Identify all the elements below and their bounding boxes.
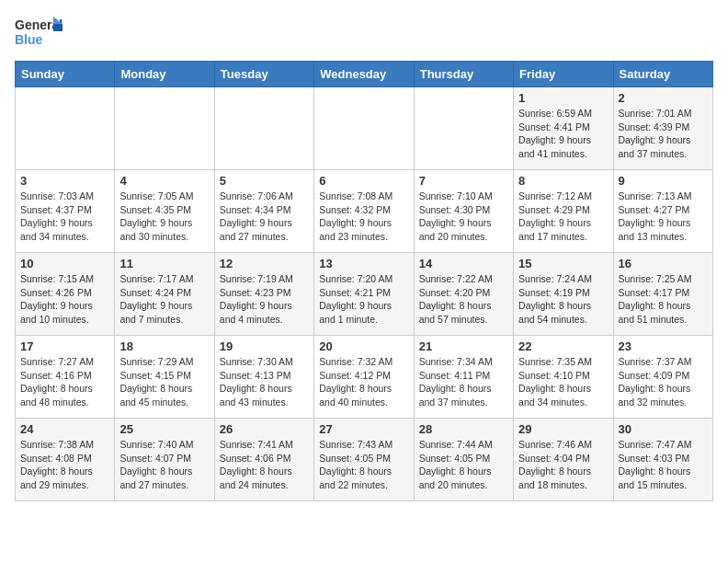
- day-number: 17: [20, 339, 109, 353]
- calendar-cell: 20Sunrise: 7:32 AM Sunset: 4:12 PM Dayli…: [314, 336, 414, 419]
- header-friday: Friday: [514, 62, 613, 87]
- day-info: Sunrise: 7:34 AM Sunset: 4:11 PM Dayligh…: [419, 355, 508, 409]
- day-info: Sunrise: 7:29 AM Sunset: 4:15 PM Dayligh…: [119, 355, 209, 409]
- day-number: 22: [518, 339, 608, 353]
- header-tuesday: Tuesday: [214, 62, 313, 87]
- calendar-cell: 23Sunrise: 7:37 AM Sunset: 4:09 PM Dayli…: [613, 336, 712, 419]
- svg-text:Blue: Blue: [15, 32, 43, 47]
- day-info: Sunrise: 7:44 AM Sunset: 4:05 PM Dayligh…: [419, 438, 508, 492]
- calendar-cell: 29Sunrise: 7:46 AM Sunset: 4:04 PM Dayli…: [514, 419, 613, 501]
- day-info: Sunrise: 7:06 AM Sunset: 4:34 PM Dayligh…: [220, 190, 309, 244]
- day-number: 11: [119, 257, 209, 270]
- day-number: 14: [419, 257, 508, 270]
- day-number: 28: [419, 422, 508, 436]
- calendar-cell: 8Sunrise: 7:12 AM Sunset: 4:29 PM Daylig…: [514, 170, 613, 253]
- calendar-cell: [16, 87, 115, 170]
- calendar-week-3: 17Sunrise: 7:27 AM Sunset: 4:16 PM Dayli…: [16, 336, 713, 419]
- day-info: Sunrise: 7:40 AM Sunset: 4:07 PM Dayligh…: [119, 438, 209, 492]
- day-info: Sunrise: 7:22 AM Sunset: 4:20 PM Dayligh…: [419, 272, 508, 327]
- day-number: 21: [419, 339, 508, 353]
- day-number: 1: [518, 91, 608, 105]
- day-number: 13: [319, 257, 408, 270]
- calendar-cell: 30Sunrise: 7:47 AM Sunset: 4:03 PM Dayli…: [613, 419, 712, 501]
- calendar-cell: 4Sunrise: 7:05 AM Sunset: 4:35 PM Daylig…: [115, 170, 214, 253]
- day-info: Sunrise: 7:32 AM Sunset: 4:12 PM Dayligh…: [319, 355, 408, 409]
- day-info: Sunrise: 7:12 AM Sunset: 4:29 PM Dayligh…: [518, 190, 608, 244]
- day-number: 4: [119, 174, 209, 188]
- header-saturday: Saturday: [613, 62, 712, 87]
- day-number: 12: [220, 257, 309, 270]
- day-number: 27: [319, 422, 408, 436]
- day-info: Sunrise: 7:10 AM Sunset: 4:30 PM Dayligh…: [419, 190, 508, 244]
- day-info: Sunrise: 7:03 AM Sunset: 4:37 PM Dayligh…: [20, 190, 109, 244]
- header-monday: Monday: [115, 62, 214, 87]
- day-info: Sunrise: 7:35 AM Sunset: 4:10 PM Dayligh…: [518, 355, 608, 409]
- calendar-week-1: 3Sunrise: 7:03 AM Sunset: 4:37 PM Daylig…: [16, 170, 713, 253]
- day-number: 8: [518, 174, 608, 188]
- day-number: 26: [220, 422, 309, 436]
- calendar-cell: 18Sunrise: 7:29 AM Sunset: 4:15 PM Dayli…: [115, 336, 214, 419]
- day-info: Sunrise: 7:43 AM Sunset: 4:05 PM Dayligh…: [319, 438, 408, 492]
- day-info: Sunrise: 7:05 AM Sunset: 4:35 PM Dayligh…: [119, 190, 209, 244]
- day-number: 10: [20, 257, 109, 270]
- header-wednesday: Wednesday: [314, 62, 414, 87]
- logo: GeneralBlue: [15, 15, 63, 52]
- calendar-cell: 3Sunrise: 7:03 AM Sunset: 4:37 PM Daylig…: [16, 170, 115, 253]
- day-info: Sunrise: 7:27 AM Sunset: 4:16 PM Dayligh…: [20, 355, 109, 409]
- calendar-cell: 11Sunrise: 7:17 AM Sunset: 4:24 PM Dayli…: [115, 253, 214, 336]
- calendar-cell: 22Sunrise: 7:35 AM Sunset: 4:10 PM Dayli…: [514, 336, 613, 419]
- calendar-week-4: 24Sunrise: 7:38 AM Sunset: 4:08 PM Dayli…: [16, 419, 713, 501]
- calendar-cell: [115, 87, 214, 170]
- header-sunday: Sunday: [16, 62, 115, 87]
- calendar-cell: 16Sunrise: 7:25 AM Sunset: 4:17 PM Dayli…: [613, 253, 712, 336]
- day-info: Sunrise: 7:17 AM Sunset: 4:24 PM Dayligh…: [119, 272, 209, 327]
- calendar-cell: 25Sunrise: 7:40 AM Sunset: 4:07 PM Dayli…: [115, 419, 214, 501]
- logo-icon: GeneralBlue: [15, 15, 63, 52]
- day-info: Sunrise: 7:13 AM Sunset: 4:27 PM Dayligh…: [619, 190, 708, 244]
- day-info: Sunrise: 7:20 AM Sunset: 4:21 PM Dayligh…: [319, 272, 408, 327]
- calendar-cell: 12Sunrise: 7:19 AM Sunset: 4:23 PM Dayli…: [214, 253, 313, 336]
- day-info: Sunrise: 7:37 AM Sunset: 4:09 PM Dayligh…: [619, 355, 708, 409]
- day-info: Sunrise: 7:25 AM Sunset: 4:17 PM Dayligh…: [619, 272, 708, 327]
- day-info: Sunrise: 7:46 AM Sunset: 4:04 PM Dayligh…: [518, 438, 608, 492]
- calendar-cell: 10Sunrise: 7:15 AM Sunset: 4:26 PM Dayli…: [16, 253, 115, 336]
- calendar-cell: 9Sunrise: 7:13 AM Sunset: 4:27 PM Daylig…: [613, 170, 712, 253]
- calendar-cell: 1Sunrise: 6:59 AM Sunset: 4:41 PM Daylig…: [514, 87, 613, 170]
- calendar-week-2: 10Sunrise: 7:15 AM Sunset: 4:26 PM Dayli…: [16, 253, 713, 336]
- day-number: 29: [518, 422, 608, 436]
- calendar-cell: 21Sunrise: 7:34 AM Sunset: 4:11 PM Dayli…: [414, 336, 513, 419]
- day-info: Sunrise: 7:24 AM Sunset: 4:19 PM Dayligh…: [518, 272, 608, 327]
- calendar-cell: 17Sunrise: 7:27 AM Sunset: 4:16 PM Dayli…: [16, 336, 115, 419]
- calendar-cell: 2Sunrise: 7:01 AM Sunset: 4:39 PM Daylig…: [613, 87, 712, 170]
- calendar-cell: 24Sunrise: 7:38 AM Sunset: 4:08 PM Dayli…: [16, 419, 115, 501]
- svg-marker-3: [53, 24, 63, 31]
- day-number: 20: [319, 339, 408, 353]
- calendar-cell: 13Sunrise: 7:20 AM Sunset: 4:21 PM Dayli…: [314, 253, 414, 336]
- day-number: 7: [419, 174, 508, 188]
- calendar-week-0: 1Sunrise: 6:59 AM Sunset: 4:41 PM Daylig…: [16, 87, 713, 170]
- day-info: Sunrise: 7:47 AM Sunset: 4:03 PM Dayligh…: [619, 438, 708, 492]
- calendar-table: SundayMondayTuesdayWednesdayThursdayFrid…: [15, 61, 713, 501]
- calendar-cell: 26Sunrise: 7:41 AM Sunset: 4:06 PM Dayli…: [214, 419, 313, 501]
- day-number: 24: [20, 422, 109, 436]
- day-info: Sunrise: 6:59 AM Sunset: 4:41 PM Dayligh…: [518, 107, 608, 161]
- day-number: 2: [619, 91, 708, 105]
- day-number: 6: [319, 174, 408, 188]
- calendar-cell: 19Sunrise: 7:30 AM Sunset: 4:13 PM Dayli…: [214, 336, 313, 419]
- calendar-cell: [214, 87, 313, 170]
- calendar-header-row: SundayMondayTuesdayWednesdayThursdayFrid…: [16, 62, 713, 87]
- day-info: Sunrise: 7:08 AM Sunset: 4:32 PM Dayligh…: [319, 190, 408, 244]
- calendar-cell: 28Sunrise: 7:44 AM Sunset: 4:05 PM Dayli…: [414, 419, 513, 501]
- calendar-cell: 15Sunrise: 7:24 AM Sunset: 4:19 PM Dayli…: [514, 253, 613, 336]
- day-info: Sunrise: 7:01 AM Sunset: 4:39 PM Dayligh…: [619, 107, 708, 161]
- calendar-cell: [314, 87, 414, 170]
- calendar-cell: 7Sunrise: 7:10 AM Sunset: 4:30 PM Daylig…: [414, 170, 513, 253]
- day-number: 30: [619, 422, 708, 436]
- day-info: Sunrise: 7:15 AM Sunset: 4:26 PM Dayligh…: [20, 272, 109, 327]
- header: GeneralBlue: [15, 15, 713, 52]
- day-number: 9: [619, 174, 708, 188]
- day-number: 3: [20, 174, 109, 188]
- day-number: 15: [518, 257, 608, 270]
- day-number: 19: [220, 339, 309, 353]
- day-info: Sunrise: 7:41 AM Sunset: 4:06 PM Dayligh…: [220, 438, 309, 492]
